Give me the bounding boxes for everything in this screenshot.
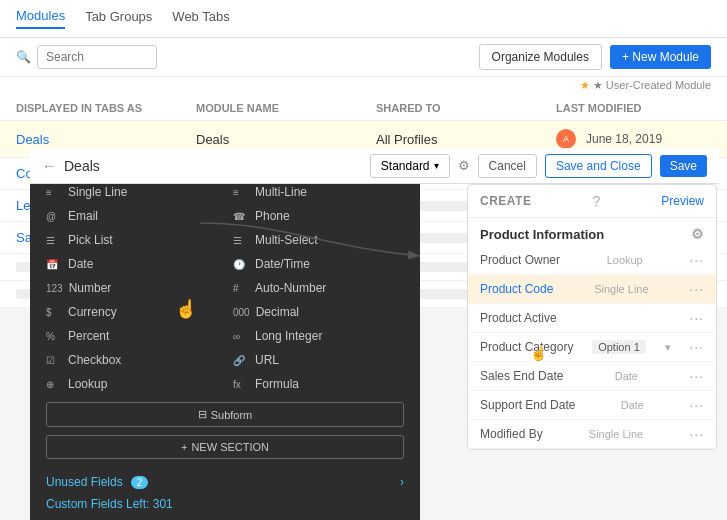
back-arrow-icon[interactable]: ←	[42, 158, 56, 174]
field-phone[interactable]: ☎ Phone	[225, 204, 412, 228]
field-currency[interactable]: $ Currency	[38, 300, 225, 324]
field-type-product-owner: Lookup	[607, 254, 643, 266]
field-decimal[interactable]: 000 Decimal	[225, 300, 412, 324]
field-name-modified-by: Modified By	[480, 427, 543, 441]
deals-editor-title: Deals	[64, 158, 100, 174]
chevron-down-icon: ▾	[434, 160, 439, 171]
deals-shared-to: All Profiles	[376, 132, 556, 147]
new-section-icon: +	[181, 441, 187, 453]
new-module-button[interactable]: + New Module	[610, 45, 711, 69]
top-navigation: Modules Tab Groups Web Tabs	[0, 0, 727, 38]
date-icon: 📅	[46, 259, 62, 270]
field-long-integer[interactable]: ∞ Long Integer	[225, 324, 412, 348]
number-icon: 123	[46, 283, 63, 294]
field-menu-product-active[interactable]: ···	[689, 310, 704, 326]
field-formula[interactable]: fx Formula	[225, 372, 412, 396]
url-icon: 🔗	[233, 355, 249, 366]
search-icon: 🔍	[16, 50, 31, 64]
field-type-support-end-date: Date	[621, 399, 644, 411]
new-section-button[interactable]: + NEW SECTION	[46, 435, 404, 459]
fields-grid: ≡ Single Line ≡ Multi-Line @ Email ☎ Pho…	[30, 180, 420, 396]
tab-modules[interactable]: Modules	[16, 8, 65, 29]
unused-fields-row[interactable]: Unused Fields 2 ›	[30, 467, 420, 493]
cancel-button[interactable]: Cancel	[478, 154, 537, 178]
field-menu-product-owner[interactable]: ···	[689, 252, 704, 268]
formula-icon: fx	[233, 379, 249, 390]
deals-editor-topbar: ← Deals Standard ▾ ⚙ Cancel Save and Clo…	[30, 148, 719, 184]
field-option-product-category[interactable]: Option 1	[592, 340, 646, 354]
email-icon: @	[46, 211, 62, 222]
user-created-note: ★ ★ User-Created Module	[580, 79, 711, 91]
field-name-support-end-date: Support End Date	[480, 398, 575, 412]
chevron-down-product-category: ▾	[665, 341, 671, 354]
field-menu-support-end-date[interactable]: ···	[689, 397, 704, 413]
field-menu-modified-by[interactable]: ···	[689, 426, 704, 442]
field-menu-product-category[interactable]: ···	[689, 339, 704, 355]
save-and-close-button[interactable]: Save and Close	[545, 154, 652, 178]
multi-line-icon: ≡	[233, 187, 249, 198]
field-pick-list[interactable]: ☰ Pick List	[38, 228, 225, 252]
field-url[interactable]: 🔗 URL	[225, 348, 412, 372]
field-row: Sales End Date Date ···	[468, 362, 716, 391]
field-datetime[interactable]: 🕐 Date/Time	[225, 252, 412, 276]
create-panel-header: CREATE ? Preview	[468, 185, 716, 218]
new-fields-panel: New Fields ≡ Single Line ≡ Multi-Line @ …	[30, 148, 420, 520]
field-type-sales-end-date: Date	[615, 370, 638, 382]
field-menu-product-code[interactable]: ···	[689, 281, 704, 297]
field-row: Product Category Option 1 ▾ ···	[468, 333, 716, 362]
field-lookup[interactable]: ⊕ Lookup	[38, 372, 225, 396]
field-number[interactable]: 123 Number	[38, 276, 225, 300]
field-checkbox[interactable]: ☑ Checkbox	[38, 348, 225, 372]
single-line-icon: ≡	[46, 187, 62, 198]
field-date[interactable]: 📅 Date	[38, 252, 225, 276]
pick-list-icon: ☰	[46, 235, 62, 246]
lookup-icon: ⊕	[46, 379, 62, 390]
field-type-modified-by: Single Line	[589, 428, 643, 440]
field-row: Modified By Single Line ···	[468, 420, 716, 449]
field-multi-select[interactable]: ☰ Multi-Select	[225, 228, 412, 252]
create-panel: CREATE ? Preview Product Information ⚙ P…	[467, 184, 717, 450]
col-module-name: MODULE NAME	[196, 102, 376, 114]
search-input[interactable]	[37, 45, 157, 69]
field-menu-sales-end-date[interactable]: ···	[689, 368, 704, 384]
custom-fields-info: Custom Fields Left: 301	[30, 493, 420, 515]
phone-icon: ☎	[233, 211, 249, 222]
help-icon[interactable]: ?	[592, 193, 600, 209]
multi-select-icon: ☰	[233, 235, 249, 246]
field-name-product-category: Product Category	[480, 340, 573, 354]
field-row: Product Active ···	[468, 304, 716, 333]
field-row: Support End Date Date ···	[468, 391, 716, 420]
field-name-product-active: Product Active	[480, 311, 557, 325]
section-settings-icon[interactable]: ⚙	[691, 226, 704, 242]
standard-dropdown-button[interactable]: Standard ▾	[370, 154, 450, 178]
auto-number-icon: #	[233, 283, 249, 294]
table-header: DISPLAYED IN TABS AS MODULE NAME SHARED …	[0, 96, 727, 121]
subform-icon: ⊟	[198, 408, 207, 421]
unused-fields-label: Unused Fields	[46, 475, 123, 489]
field-row: Product Code Single Line ···	[468, 275, 716, 304]
percent-icon: %	[46, 331, 62, 342]
preview-link[interactable]: Preview	[661, 194, 704, 208]
create-label: CREATE	[480, 194, 531, 208]
col-shared-to: SHARED TO	[376, 102, 556, 114]
field-auto-number[interactable]: # Auto-Number	[225, 276, 412, 300]
save-button[interactable]: Save	[660, 155, 707, 177]
field-name-product-code: Product Code	[480, 282, 553, 296]
standard-label: Standard	[381, 159, 430, 173]
unused-count-badge: 2	[131, 476, 149, 489]
field-percent[interactable]: % Percent	[38, 324, 225, 348]
settings-icon[interactable]: ⚙	[458, 158, 470, 173]
field-name-sales-end-date: Sales End Date	[480, 369, 563, 383]
tab-tab-groups[interactable]: Tab Groups	[85, 9, 152, 28]
subform-button[interactable]: ⊟ Subform	[46, 402, 404, 427]
section-title: Product Information ⚙	[468, 218, 716, 246]
deals-module-name: Deals	[196, 132, 376, 147]
field-name-product-owner: Product Owner	[480, 253, 560, 267]
field-type-product-code: Single Line	[594, 283, 648, 295]
decimal-icon: 000	[233, 307, 250, 318]
tab-web-tabs[interactable]: Web Tabs	[172, 9, 229, 28]
deals-link[interactable]: Deals	[16, 132, 49, 147]
col-last-modified: LAST MODIFIED	[556, 102, 727, 114]
field-email[interactable]: @ Email	[38, 204, 225, 228]
organize-modules-button[interactable]: Organize Modules	[479, 44, 602, 70]
